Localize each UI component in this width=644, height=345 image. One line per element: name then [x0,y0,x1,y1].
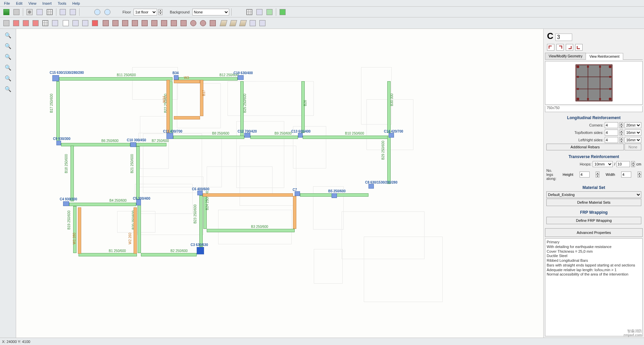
save-button[interactable] [2,8,11,16]
building-button[interactable] [12,19,20,28]
beam-B23v[interactable] [199,195,203,247]
beam-B2[interactable] [141,253,197,256]
column-C7[interactable] [295,191,300,196]
move-button[interactable] [71,19,80,28]
lr-dia-select[interactable]: 16mm [625,137,641,143]
beam-B3[interactable] [207,229,295,232]
slab-load-button[interactable] [239,19,247,28]
undo-button[interactable] [93,8,102,16]
section-u-button[interactable] [150,19,159,28]
delete-button[interactable] [91,19,99,28]
column-C8[interactable] [368,184,374,189]
section-ring-button[interactable] [199,19,207,28]
section-circ-button[interactable] [189,19,198,28]
lr-spin[interactable]: ▲▼ [620,137,623,143]
material-set-select[interactable]: Default_Existing [546,191,641,198]
corners-spin[interactable]: ▲▼ [620,122,623,128]
column-C6[interactable] [197,191,203,195]
orient-tl-button[interactable] [547,44,554,51]
mesh-button[interactable] [258,19,267,28]
section-i-button[interactable] [140,19,149,28]
beam-B20v[interactable] [138,204,141,253]
menu-tools[interactable]: Tools [55,1,69,6]
redo-button[interactable] [103,8,112,16]
orient-tr-button[interactable] [556,44,564,51]
orient-bl-button[interactable] [575,44,583,51]
wall-W2[interactable] [134,207,137,254]
section-t2-button[interactable] [131,19,139,28]
wall-W4[interactable] [174,116,200,119]
menu-view[interactable]: View [26,1,39,6]
grid-toggle-button[interactable] [45,8,54,16]
pan-button[interactable]: 🔍 [3,85,13,93]
zoom-window-button[interactable]: 🔍 [3,52,13,61]
beam-B19v[interactable] [73,206,77,253]
legs-h-spin[interactable]: ▲▼ [596,171,599,178]
hoops-dia-select[interactable]: 10mm [593,161,613,167]
check-button[interactable] [265,8,274,16]
tab-geometry[interactable]: View/Modify Geometry [545,53,586,59]
column-C4[interactable] [63,201,69,206]
column-C9[interactable] [56,141,61,145]
corners-dia-select[interactable]: 20mm [625,122,641,128]
menu-file[interactable]: File [1,1,13,6]
tb-dia-select[interactable]: 16mm [625,130,641,136]
define-material-sets-button[interactable]: Define Material Sets [546,199,641,206]
orient-br-button[interactable] [566,44,573,51]
ortho-button[interactable] [255,8,264,16]
menu-insert[interactable]: Insert [40,1,54,6]
beam-B7[interactable] [136,143,166,146]
slab-button[interactable] [219,19,228,28]
column-C15[interactable] [52,75,59,81]
zoom-selection-button[interactable]: 🔍 [3,74,13,83]
print-button[interactable] [58,8,67,16]
column-C14[interactable] [389,133,394,138]
export-dwg-button[interactable] [12,8,21,16]
corners-input[interactable] [605,122,618,128]
floor-select[interactable]: 1st floor [134,9,157,15]
slab-hole-button[interactable] [229,19,238,28]
beam-B17v[interactable] [56,81,60,141]
legs-w-spin[interactable]: ▲▼ [638,171,641,178]
legs-width-input[interactable] [621,171,631,178]
wall-W6[interactable] [293,196,296,229]
section-t-button[interactable] [121,19,130,28]
beam-B9[interactable] [250,136,298,139]
define-frp-button[interactable]: Define FRP Wrapping [546,217,641,224]
element-number-input[interactable] [555,34,572,41]
wall-W1[interactable] [78,207,81,254]
advanced-properties-button[interactable]: Advanced Properties [545,228,643,237]
zoom-extents-button[interactable]: 🔍 [3,63,13,72]
wall-W5[interactable] [203,193,293,197]
beam-B8[interactable] [173,136,244,139]
settings-button[interactable] [25,8,34,16]
tb-spin[interactable]: ▲▼ [620,130,623,136]
section-z-button[interactable] [169,19,178,28]
beam-B21v[interactable] [136,146,140,199]
column-B34[interactable] [174,75,179,80]
zoom-out-button[interactable]: 🔍 [3,42,13,50]
snap-button[interactable] [245,8,254,16]
beam-B26v[interactable] [301,81,305,133]
section-poly-button[interactable] [208,19,217,28]
floor-spinner[interactable]: ▲▼ [158,9,162,15]
section-l-button[interactable] [111,19,120,28]
section-rect-button[interactable] [101,19,110,28]
model-button[interactable] [21,19,30,28]
section-box-button[interactable] [179,19,188,28]
column-C11[interactable] [166,133,173,139]
beam-B29v[interactable] [387,136,391,184]
section-c-button[interactable] [160,19,168,28]
import-dwg-button[interactable] [2,19,11,28]
menu-help[interactable]: Help [70,1,83,6]
rotate-button[interactable] [81,19,90,28]
column-C19[interactable] [238,75,244,80]
select-button[interactable] [61,19,70,28]
beam-B11[interactable] [59,77,172,81]
wall-W17[interactable] [200,80,203,116]
hoops-spin[interactable]: ▲▼ [631,161,635,167]
wizard-button[interactable] [51,19,59,28]
column-C13[interactable] [298,133,303,138]
grid-define-button[interactable] [31,19,40,28]
menu-edit[interactable]: Edit [13,1,25,6]
